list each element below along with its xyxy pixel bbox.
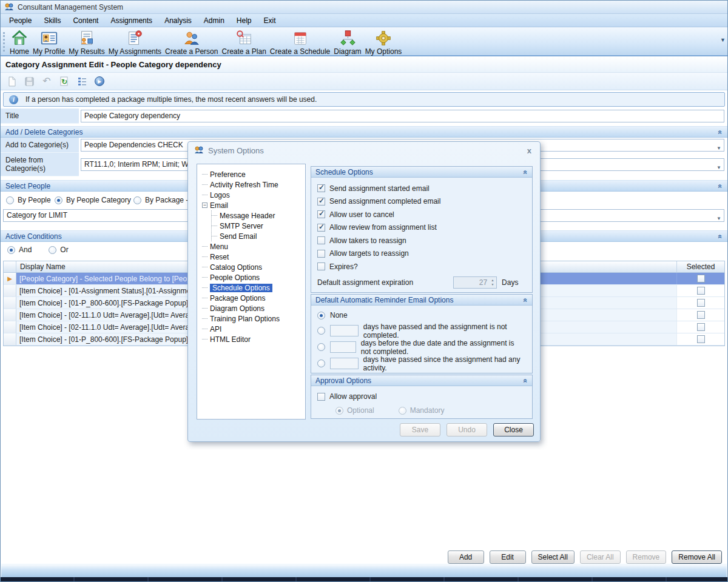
tree-item-api[interactable]: API — [202, 324, 304, 334]
focused-row-arrow-icon: ▶ — [4, 273, 16, 284]
reminder-days-input[interactable] — [330, 341, 356, 353]
expiration-unit: Days — [502, 278, 518, 287]
row-selected-checkbox[interactable] — [697, 323, 705, 331]
menu-analysis[interactable]: Analysis — [158, 15, 198, 27]
collapse-icon[interactable]: « — [716, 130, 725, 134]
radio-reminder-before-due[interactable]: days before the due date and the assignm… — [317, 339, 526, 355]
page-title: Category Assignment Edit - People Catego… — [1, 56, 727, 73]
save-icon[interactable] — [22, 75, 36, 88]
tree-item-catalog-options[interactable]: Catalog Options — [202, 262, 304, 272]
schedule-options-section: Schedule Options« Send assignment starte… — [311, 166, 533, 293]
refresh-icon[interactable]: ↻ — [58, 75, 71, 88]
selected-column-header[interactable]: Selected — [677, 261, 724, 272]
row-selected-checkbox[interactable] — [697, 311, 705, 319]
row-selected-checkbox[interactable] — [697, 275, 705, 283]
list-icon[interactable] — [75, 75, 89, 88]
info-icon: i — [9, 95, 18, 104]
reminder-days-input[interactable] — [330, 325, 359, 336]
checkbox-allow-user-cancel[interactable]: Allow user to cancel — [317, 208, 526, 221]
tree-item-package-options[interactable]: Package Options — [202, 293, 304, 303]
new-document-icon[interactable] — [5, 75, 18, 88]
menu-assignments[interactable]: Assignments — [104, 15, 158, 27]
expiration-spinner[interactable]: 27 ▲▼ — [453, 276, 497, 289]
add-button[interactable]: Add — [448, 550, 484, 564]
toolbar-create-plan[interactable]: Create a Plan — [220, 28, 268, 56]
menu-exit[interactable]: Exit — [258, 15, 282, 27]
toolbar-my-profile[interactable]: My Profile — [31, 28, 67, 56]
toolbar-create-schedule[interactable]: Create a Schedule — [268, 28, 332, 56]
collapse-minus-icon[interactable] — [202, 202, 207, 208]
collapse-icon[interactable]: « — [716, 234, 725, 238]
options-icon — [374, 29, 393, 47]
radio-reminder-no-activity[interactable]: days have passed since the assignment ha… — [317, 355, 526, 372]
tree-item-email[interactable]: Email — [202, 200, 304, 210]
app-people-icon — [4, 2, 14, 12]
undo-icon[interactable]: ↶ — [40, 75, 53, 88]
select-all-button[interactable]: Select All — [531, 550, 575, 564]
row-selected-checkbox[interactable] — [697, 335, 705, 343]
menu-people[interactable]: People — [3, 15, 38, 27]
spinner-arrows-icon[interactable]: ▲▼ — [489, 278, 496, 287]
radio-reminder-days-passed[interactable]: days have passed and the assignment is n… — [317, 323, 526, 339]
menu-skills[interactable]: Skills — [38, 15, 67, 27]
checkbox-allow-takers-reassign[interactable]: Allow takers to reassign — [317, 234, 526, 247]
radio-and[interactable]: And — [7, 246, 32, 254]
menu-admin[interactable]: Admin — [198, 15, 231, 27]
tree-item-reset[interactable]: Reset — [202, 252, 304, 262]
tree-item-html-editor[interactable]: HTML Editor — [202, 334, 304, 344]
toolbar-grip[interactable] — [3, 32, 5, 52]
checkbox-allow-review[interactable]: Allow review from assignment list — [317, 221, 526, 235]
run-icon[interactable]: ▶ — [93, 75, 106, 88]
dialog-buttons: Save Undo Close — [400, 423, 534, 436]
close-icon[interactable]: x — [525, 146, 534, 155]
reminder-days-input[interactable] — [330, 358, 359, 369]
checkbox-send-started-email[interactable]: Send assignment started email — [317, 182, 526, 195]
tree-item-logos[interactable]: Logos — [202, 190, 304, 200]
toolbar-create-person[interactable]: Create a Person — [163, 28, 220, 56]
tree-item-people-options[interactable]: People Options — [202, 272, 304, 283]
tree-item-message-header[interactable]: Message Header — [212, 210, 304, 221]
radio-reminder-none[interactable]: None — [317, 308, 526, 323]
remove-all-button[interactable]: Remove All — [672, 550, 722, 564]
edit-button[interactable]: Edit — [490, 550, 526, 564]
dialog-title-bar[interactable]: System Options x — [188, 142, 540, 159]
collapse-icon[interactable]: « — [716, 184, 725, 188]
checkbox-expires[interactable]: Expires? — [317, 260, 526, 273]
toolbar-my-assignments[interactable]: My Assignments — [107, 28, 163, 56]
radio-by-people-category[interactable]: By People Category — [55, 196, 133, 204]
approval-options-section: Approval Options« Allow approval Optiona… — [311, 375, 533, 419]
menu-help[interactable]: Help — [231, 15, 258, 27]
collapse-icon[interactable]: « — [522, 170, 530, 174]
checkbox-allow-targets-reassign[interactable]: Allow targets to reassign — [317, 247, 526, 261]
toolbar-my-options[interactable]: My Options — [363, 28, 404, 56]
dropdown-arrow-icon[interactable]: ▼ — [716, 142, 721, 152]
menu-content[interactable]: Content — [67, 15, 104, 27]
toolbar-overflow-icon[interactable]: ▼ — [720, 37, 726, 43]
tree-item-smtp-server[interactable]: SMTP Server — [212, 221, 304, 231]
radio-or[interactable]: Or — [49, 246, 68, 254]
close-button[interactable]: Close — [493, 423, 534, 436]
tree-item-send-email[interactable]: Send Email — [212, 231, 304, 241]
tree-item-menu[interactable]: Menu — [202, 241, 304, 252]
collapse-icon[interactable]: « — [522, 298, 530, 302]
tree-item-schedule-options[interactable]: Schedule Options — [202, 283, 304, 293]
radio-approval-mandatory: Mandatory — [399, 406, 445, 415]
toolbar-diagram[interactable]: Diagram — [332, 28, 363, 56]
row-selected-checkbox[interactable] — [697, 299, 705, 307]
tree-item-training-plan-options[interactable]: Training Plan Options — [202, 313, 304, 324]
radio-by-people[interactable]: By People — [6, 196, 55, 204]
info-bar: i If a person has completed a package mu… — [3, 92, 725, 107]
collapse-icon[interactable]: « — [522, 378, 530, 383]
tree-item-activity-refresh-time[interactable]: Activity Refresh Time — [202, 179, 304, 190]
row-selected-checkbox[interactable] — [697, 287, 705, 295]
checkbox-allow-approval[interactable]: Allow approval — [317, 390, 526, 403]
checkbox-send-completed-email[interactable]: Send assignment completed email — [317, 195, 526, 209]
title-input[interactable]: People Category dependency — [81, 110, 724, 122]
dropdown-arrow-icon[interactable]: ▼ — [716, 162, 721, 171]
options-tree: Preference Activity Refresh Time Logos E… — [197, 164, 306, 420]
tree-item-preference[interactable]: Preference — [202, 169, 304, 179]
dropdown-arrow-icon[interactable]: ▼ — [716, 213, 721, 222]
toolbar-home[interactable]: Home — [8, 28, 31, 56]
tree-item-diagram-options[interactable]: Diagram Options — [202, 303, 304, 313]
toolbar-my-results[interactable]: My Results — [67, 28, 106, 56]
